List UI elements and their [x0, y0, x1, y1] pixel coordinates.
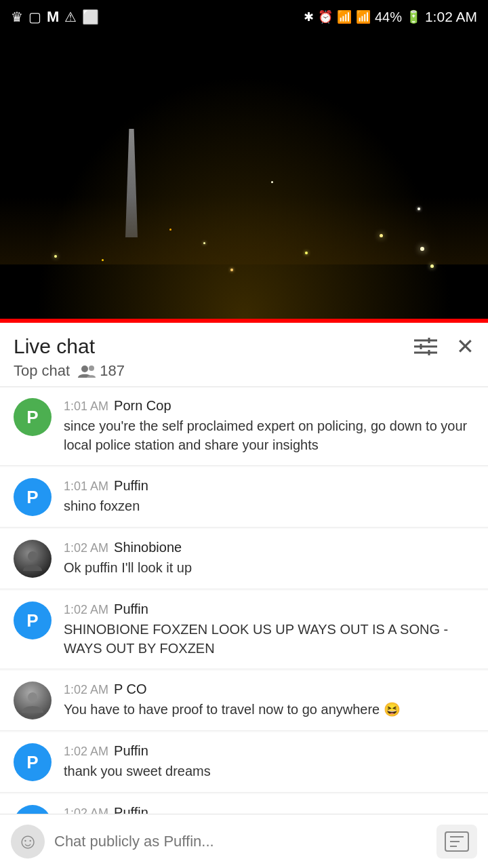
light-dot — [305, 252, 308, 254]
svg-point-8 — [28, 551, 37, 561]
table-row: P 1:02 AM Puffin thank you sweet dreams — [0, 732, 488, 793]
message-content: 1:01 AM Puffin shino foxzen — [64, 478, 474, 515]
msg-time: 1:02 AM — [64, 603, 108, 617]
msg-author: Puffin — [114, 478, 148, 494]
battery-percent: 44% — [375, 9, 402, 25]
light-dot — [420, 247, 424, 251]
battery-icon: 🔋 — [406, 9, 421, 24]
svg-point-9 — [28, 692, 37, 702]
msg-text: thank you sweet dreams — [64, 762, 474, 781]
message-content: 1:02 AM Shinobione Ok puffin I'll look i… — [64, 540, 474, 577]
msg-text: shino foxzen — [64, 496, 474, 515]
msg-text: since you're the self proclaimed expert … — [64, 416, 474, 454]
filter-button[interactable] — [414, 337, 437, 356]
msg-time: 1:02 AM — [64, 745, 108, 759]
top-chat-label: Top chat — [14, 362, 70, 380]
light-dot — [418, 208, 420, 210]
live-chat-title: Live chat — [14, 335, 95, 358]
wifi-icon: 📶 — [337, 9, 352, 24]
alarm-icon: ⏰ — [318, 9, 333, 24]
avatar: P — [14, 398, 52, 436]
city-glow — [0, 197, 488, 264]
msg-author: Puffin — [114, 601, 148, 617]
light-dot — [380, 234, 383, 237]
viewer-count: 187 — [78, 362, 125, 380]
table-row: 1:02 AM P CO You have to have proof to t… — [0, 671, 488, 731]
avatar — [14, 540, 52, 578]
avatar: P — [14, 743, 52, 781]
light-dot — [54, 255, 57, 258]
avatar: P — [14, 601, 52, 639]
svg-point-7 — [89, 366, 94, 371]
status-bar: ♛ ▢ M ⚠ ⬜ ✱ ⏰ 📶 📶 44% 🔋 1:02 AM — [0, 0, 488, 34]
chat-input-bar: ☺ — [0, 814, 488, 868]
message-content: 1:01 AM Porn Cop since you're the self p… — [64, 398, 474, 454]
msg-author: P CO — [114, 682, 147, 697]
msg-time: 1:02 AM — [64, 541, 108, 555]
msg-text: Ok puffin I'll look it up — [64, 558, 474, 577]
close-button[interactable]: ✕ — [456, 334, 474, 359]
header-action-icons: ✕ — [414, 334, 474, 359]
avatar — [14, 682, 52, 719]
viewer-number: 187 — [100, 362, 125, 380]
msg-author: Porn Cop — [114, 398, 171, 414]
light-dot — [430, 264, 434, 268]
table-row: 1:02 AM Shinobione Ok puffin I'll look i… — [0, 529, 488, 589]
message-content: 1:02 AM P CO You have to have proof to t… — [64, 682, 474, 719]
table-row: P 1:01 AM Porn Cop since you're the self… — [0, 387, 488, 466]
light-dot — [203, 242, 205, 244]
msg-author: Shinobione — [114, 540, 182, 555]
light-dot — [102, 259, 104, 261]
chat-header: Live chat ✕ Top chat — [0, 323, 488, 387]
message-content: 1:02 AM Puffin SHINOBIONE FOXZEN LOOK US… — [64, 601, 474, 658]
avatar: P — [14, 478, 52, 516]
msg-author: Puffin — [114, 743, 148, 759]
msg-time: 1:01 AM — [64, 399, 108, 414]
table-row: P 1:02 AM Puffin SHINOBIONE FOXZEN LOOK … — [0, 591, 488, 669]
signal-icon: 📶 — [356, 9, 371, 24]
status-right-icons: ✱ ⏰ 📶 📶 44% 🔋 1:02 AM — [304, 9, 477, 25]
chat-messages-list: P 1:01 AM Porn Cop since you're the self… — [0, 387, 488, 854]
msg-time: 1:01 AM — [64, 479, 108, 494]
status-left-icons: ♛ ▢ M ⚠ ⬜ — [11, 8, 99, 26]
table-row: P 1:01 AM Puffin shino foxzen — [0, 467, 488, 528]
emoji-button[interactable]: ☺ — [11, 825, 45, 859]
svg-point-6 — [81, 366, 88, 372]
light-dot — [230, 269, 233, 271]
video-player[interactable] — [0, 34, 488, 319]
emoji-icon: ☺ — [17, 829, 39, 854]
msg-time: 1:02 AM — [64, 683, 108, 697]
chat-input[interactable] — [54, 833, 427, 850]
m-icon: M — [47, 8, 59, 26]
send-button[interactable] — [436, 825, 477, 859]
light-dot — [169, 229, 171, 231]
time-display: 1:02 AM — [425, 9, 477, 25]
folder-icon: ▢ — [28, 9, 41, 25]
msg-text: You have to have proof to travel now to … — [64, 700, 474, 719]
crown-icon: ♛ — [11, 9, 23, 25]
light-dot — [271, 181, 273, 183]
message-content: 1:02 AM Puffin thank you sweet dreams — [64, 743, 474, 781]
warning-icon: ⚠ — [64, 9, 77, 25]
bluetooth-icon: ✱ — [304, 9, 314, 24]
msg-text: SHINOBIONE FOXZEN LOOK US UP WAYS OUT IS… — [64, 620, 474, 658]
image-icon: ⬜ — [82, 9, 99, 25]
